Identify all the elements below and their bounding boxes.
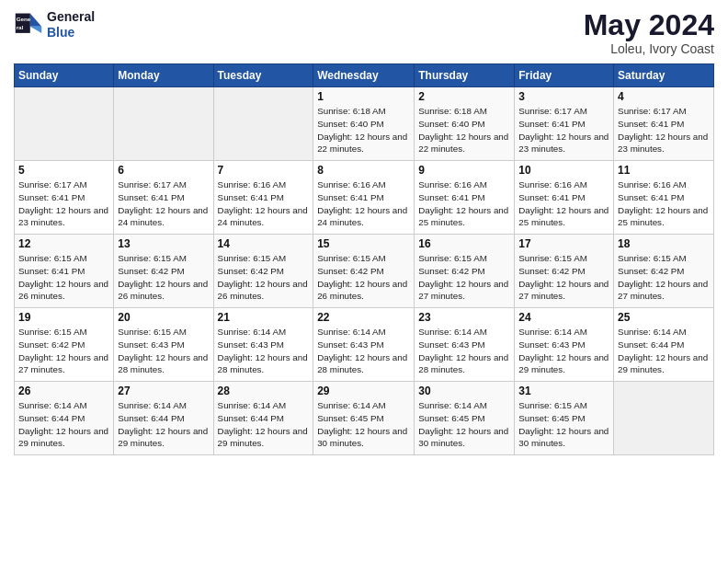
day-info: Sunrise: 6:15 AM Sunset: 6:42 PM Dayligh… (618, 252, 710, 303)
calendar-cell: 14Sunrise: 6:15 AM Sunset: 6:42 PM Dayli… (213, 235, 313, 308)
day-info: Sunrise: 6:15 AM Sunset: 6:42 PM Dayligh… (18, 326, 109, 376)
day-number: 2 (418, 90, 510, 103)
calendar-cell: 25Sunrise: 6:14 AM Sunset: 6:44 PM Dayli… (614, 308, 714, 382)
day-number: 30 (418, 385, 510, 397)
day-number: 6 (118, 164, 209, 177)
day-number: 31 (518, 385, 609, 397)
day-info: Sunrise: 6:17 AM Sunset: 6:41 PM Dayligh… (518, 105, 609, 155)
calendar-cell (614, 382, 714, 455)
day-info: Sunrise: 6:14 AM Sunset: 6:45 PM Dayligh… (317, 399, 410, 450)
day-info: Sunrise: 6:18 AM Sunset: 6:40 PM Dayligh… (418, 105, 510, 155)
logo-icon: Gene ral (14, 10, 43, 40)
calendar-cell: 4Sunrise: 6:17 AM Sunset: 6:41 PM Daylig… (614, 87, 714, 161)
day-number: 26 (18, 385, 109, 397)
day-number: 12 (18, 237, 109, 250)
day-info: Sunrise: 6:15 AM Sunset: 6:45 PM Dayligh… (518, 399, 609, 450)
svg-text:Gene: Gene (17, 16, 31, 22)
calendar-week-row: 26Sunrise: 6:14 AM Sunset: 6:44 PM Dayli… (15, 382, 714, 455)
day-number: 1 (317, 90, 410, 103)
day-number: 13 (118, 237, 209, 250)
calendar-cell: 6Sunrise: 6:17 AM Sunset: 6:41 PM Daylig… (114, 161, 213, 235)
day-info: Sunrise: 6:14 AM Sunset: 6:43 PM Dayligh… (518, 326, 609, 376)
col-tuesday: Tuesday (213, 64, 313, 87)
calendar-cell: 7Sunrise: 6:16 AM Sunset: 6:41 PM Daylig… (213, 161, 313, 235)
day-info: Sunrise: 6:14 AM Sunset: 6:43 PM Dayligh… (317, 326, 410, 376)
day-number: 21 (218, 311, 310, 324)
calendar-cell: 30Sunrise: 6:14 AM Sunset: 6:45 PM Dayli… (415, 382, 515, 455)
calendar-cell: 2Sunrise: 6:18 AM Sunset: 6:40 PM Daylig… (415, 87, 515, 161)
day-number: 20 (118, 311, 209, 324)
calendar-cell (15, 87, 114, 161)
calendar-cell: 16Sunrise: 6:15 AM Sunset: 6:42 PM Dayli… (415, 235, 515, 308)
day-info: Sunrise: 6:14 AM Sunset: 6:44 PM Dayligh… (618, 326, 710, 376)
month-year: May 2024 (584, 9, 714, 41)
calendar-cell: 21Sunrise: 6:14 AM Sunset: 6:43 PM Dayli… (213, 308, 313, 382)
day-number: 3 (518, 90, 609, 103)
calendar-header-row: Sunday Monday Tuesday Wednesday Thursday… (15, 64, 714, 87)
calendar-cell: 15Sunrise: 6:15 AM Sunset: 6:42 PM Dayli… (313, 235, 415, 308)
calendar-cell: 22Sunrise: 6:14 AM Sunset: 6:43 PM Dayli… (313, 308, 415, 382)
logo: Gene ral General Blue (14, 9, 95, 40)
day-info: Sunrise: 6:14 AM Sunset: 6:43 PM Dayligh… (418, 326, 510, 376)
day-number: 11 (618, 164, 710, 177)
day-number: 19 (18, 311, 109, 324)
calendar-cell: 19Sunrise: 6:15 AM Sunset: 6:42 PM Dayli… (15, 308, 114, 382)
day-number: 17 (518, 237, 609, 250)
day-number: 10 (518, 164, 609, 177)
location: Loleu, Ivory Coast (584, 41, 714, 56)
calendar-page: Gene ral General Blue May 2024 Loleu, Iv… (0, 0, 728, 563)
day-info: Sunrise: 6:16 AM Sunset: 6:41 PM Dayligh… (518, 178, 609, 229)
day-info: Sunrise: 6:14 AM Sunset: 6:45 PM Dayligh… (418, 399, 510, 450)
day-info: Sunrise: 6:14 AM Sunset: 6:43 PM Dayligh… (218, 326, 310, 376)
day-info: Sunrise: 6:15 AM Sunset: 6:42 PM Dayligh… (418, 252, 510, 303)
day-number: 15 (317, 237, 410, 250)
day-number: 16 (418, 237, 510, 250)
calendar-cell: 1Sunrise: 6:18 AM Sunset: 6:40 PM Daylig… (313, 87, 415, 161)
svg-text:ral: ral (17, 24, 24, 30)
col-sunday: Sunday (15, 64, 114, 87)
calendar-cell: 20Sunrise: 6:15 AM Sunset: 6:43 PM Dayli… (114, 308, 213, 382)
day-number: 14 (218, 237, 310, 250)
calendar-cell: 10Sunrise: 6:16 AM Sunset: 6:41 PM Dayli… (515, 161, 614, 235)
day-info: Sunrise: 6:18 AM Sunset: 6:40 PM Dayligh… (317, 105, 410, 155)
calendar-cell (114, 87, 213, 161)
calendar-cell: 5Sunrise: 6:17 AM Sunset: 6:41 PM Daylig… (15, 161, 114, 235)
calendar-cell: 13Sunrise: 6:15 AM Sunset: 6:42 PM Dayli… (114, 235, 213, 308)
calendar-week-row: 19Sunrise: 6:15 AM Sunset: 6:42 PM Dayli… (15, 308, 714, 382)
day-number: 8 (317, 164, 410, 177)
day-info: Sunrise: 6:15 AM Sunset: 6:42 PM Dayligh… (218, 252, 310, 303)
day-number: 25 (618, 311, 710, 324)
logo-text: General Blue (47, 9, 95, 40)
day-number: 22 (317, 311, 410, 324)
calendar-cell: 12Sunrise: 6:15 AM Sunset: 6:41 PM Dayli… (15, 235, 114, 308)
calendar-week-row: 1Sunrise: 6:18 AM Sunset: 6:40 PM Daylig… (15, 87, 714, 161)
calendar-week-row: 12Sunrise: 6:15 AM Sunset: 6:41 PM Dayli… (15, 235, 714, 308)
calendar-week-row: 5Sunrise: 6:17 AM Sunset: 6:41 PM Daylig… (15, 161, 714, 235)
day-info: Sunrise: 6:15 AM Sunset: 6:42 PM Dayligh… (518, 252, 609, 303)
day-info: Sunrise: 6:14 AM Sunset: 6:44 PM Dayligh… (18, 399, 109, 450)
col-wednesday: Wednesday (313, 64, 415, 87)
day-number: 18 (618, 237, 710, 250)
calendar-cell: 26Sunrise: 6:14 AM Sunset: 6:44 PM Dayli… (15, 382, 114, 455)
day-info: Sunrise: 6:15 AM Sunset: 6:42 PM Dayligh… (317, 252, 410, 303)
day-number: 9 (418, 164, 510, 177)
day-info: Sunrise: 6:15 AM Sunset: 6:41 PM Dayligh… (18, 252, 109, 303)
day-number: 27 (118, 385, 209, 397)
calendar-cell: 8Sunrise: 6:16 AM Sunset: 6:41 PM Daylig… (313, 161, 415, 235)
day-info: Sunrise: 6:17 AM Sunset: 6:41 PM Dayligh… (618, 105, 710, 155)
day-number: 28 (218, 385, 310, 397)
day-info: Sunrise: 6:16 AM Sunset: 6:41 PM Dayligh… (618, 178, 710, 229)
day-info: Sunrise: 6:15 AM Sunset: 6:42 PM Dayligh… (118, 252, 209, 303)
calendar-cell: 9Sunrise: 6:16 AM Sunset: 6:41 PM Daylig… (415, 161, 515, 235)
day-info: Sunrise: 6:17 AM Sunset: 6:41 PM Dayligh… (118, 178, 209, 229)
calendar-cell: 27Sunrise: 6:14 AM Sunset: 6:44 PM Dayli… (114, 382, 213, 455)
calendar-cell: 11Sunrise: 6:16 AM Sunset: 6:41 PM Dayli… (614, 161, 714, 235)
day-info: Sunrise: 6:14 AM Sunset: 6:44 PM Dayligh… (118, 399, 209, 450)
calendar-cell: 24Sunrise: 6:14 AM Sunset: 6:43 PM Dayli… (515, 308, 614, 382)
day-info: Sunrise: 6:16 AM Sunset: 6:41 PM Dayligh… (317, 178, 410, 229)
calendar-cell: 28Sunrise: 6:14 AM Sunset: 6:44 PM Dayli… (213, 382, 313, 455)
calendar-cell: 18Sunrise: 6:15 AM Sunset: 6:42 PM Dayli… (614, 235, 714, 308)
calendar-cell (213, 87, 313, 161)
day-info: Sunrise: 6:16 AM Sunset: 6:41 PM Dayligh… (418, 178, 510, 229)
calendar-cell: 31Sunrise: 6:15 AM Sunset: 6:45 PM Dayli… (515, 382, 614, 455)
